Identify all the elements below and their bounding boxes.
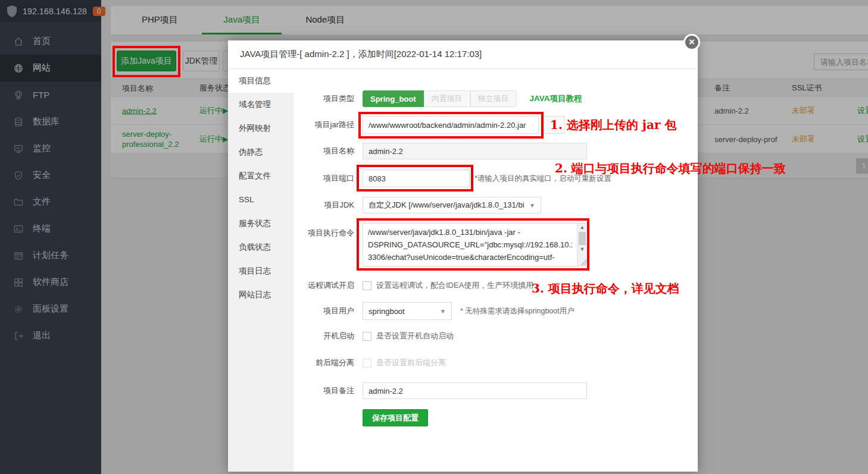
jar-path-row: 项目jar路径	[294, 116, 565, 134]
exec-command-textarea[interactable]: /www/server/java/jdk1.8.0_131/bin/java -…	[363, 223, 588, 266]
project-user-label: 项目用户	[294, 306, 354, 316]
project-jdk-label: 项目JDK	[294, 200, 354, 211]
type-springboot-button[interactable]: Spring_boot	[363, 90, 424, 107]
remote-debug-checkbox[interactable]	[363, 281, 371, 290]
project-remark-input[interactable]	[363, 382, 587, 399]
project-remark-row: 项目备注	[294, 382, 587, 399]
type-standalone-button[interactable]: 独立项目	[470, 90, 517, 107]
file-picker-button[interactable]	[542, 116, 565, 134]
project-user-row: 项目用户 springboot ▼ * 无特殊需求请选择springboot用户	[294, 302, 574, 320]
modal-nav-sitelog[interactable]: 网站日志	[228, 283, 294, 307]
project-name-label: 项目名称	[294, 146, 354, 156]
modal-nav-mapping[interactable]: 外网映射	[228, 117, 294, 140]
jar-path-input[interactable]	[363, 116, 539, 134]
frontend-split-row: 前后端分离 是否设置前后端分离	[294, 357, 446, 368]
jdk-select-value: 自定义JDK [/www/server/java/jdk1.8.0_131/bi…	[369, 200, 524, 211]
save-row: 保存项目配置	[294, 409, 428, 426]
exec-command-row: 项目执行命令 /www/server/java/jdk1.8.0_131/bin…	[294, 223, 588, 266]
project-jdk-row: 项目JDK 自定义JDK [/www/server/java/jdk1.8.0_…	[294, 197, 541, 214]
frontend-split-label: 前后端分离	[294, 357, 354, 368]
java-project-modal: × JAVA项目管理-[ admin-2.2 ]，添加时间[2022-01-14…	[228, 40, 698, 472]
modal-nav-domain[interactable]: 域名管理	[228, 93, 294, 117]
scrollbar-thumb[interactable]	[579, 232, 586, 245]
exec-command-label: 项目执行命令	[294, 228, 354, 238]
java-tutorial-link[interactable]: JAVA项目教程	[530, 93, 582, 104]
frontend-split-checkbox[interactable]	[363, 359, 371, 368]
auto-boot-row: 开机启动 是否设置开机自动启动	[294, 331, 454, 341]
page-root: 192.168.146.128 0 首页 网站 FTP 数据库 监控	[0, 0, 868, 474]
modal-nav-ssl[interactable]: SSL	[228, 188, 294, 212]
project-type-row: 项目类型 Spring_boot 内置项目 独立项目 JAVA项目教程	[294, 90, 582, 107]
jdk-select[interactable]: 自定义JDK [/www/server/java/jdk1.8.0_131/bi…	[363, 197, 541, 214]
project-port-row: 项目端口 *请输入项目的真实端口，启动可重新设置	[294, 169, 611, 187]
project-info-form: 项目类型 Spring_boot 内置项目 独立项目 JAVA项目教程 项目ja…	[294, 69, 698, 472]
project-name-row: 项目名称	[294, 143, 587, 159]
chevron-down-icon: ▼	[440, 308, 446, 315]
project-port-input[interactable]	[363, 169, 470, 187]
auto-boot-hint: 是否设置开机自动启动	[376, 331, 454, 341]
modal-nav-service[interactable]: 服务状态	[228, 212, 294, 236]
jar-path-label: 项目jar路径	[294, 120, 354, 130]
remote-debug-label: 远程调试开启	[294, 280, 354, 291]
auto-boot-label: 开机启动	[294, 331, 354, 341]
project-name-input[interactable]	[363, 143, 587, 159]
remote-debug-row: 远程调试开启 设置远程调试，配合IDEA使用，生产环境慎用	[294, 280, 533, 291]
save-project-config-button[interactable]: 保存项目配置	[363, 409, 428, 426]
project-port-label: 项目端口	[294, 173, 354, 184]
modal-nav-rewrite[interactable]: 伪静态	[228, 140, 294, 164]
project-user-select[interactable]: springboot ▼	[363, 302, 452, 320]
scroll-down-icon[interactable]: ▼	[577, 246, 587, 252]
remote-debug-hint: 设置远程调试，配合IDEA使用，生产环境慎用	[376, 280, 533, 291]
project-type-label: 项目类型	[294, 93, 354, 104]
modal-nav-projlog[interactable]: 项目日志	[228, 259, 294, 283]
resize-grip[interactable]	[580, 259, 586, 265]
type-builtin-button[interactable]: 内置项目	[424, 90, 470, 107]
close-icon[interactable]: ×	[683, 34, 700, 51]
project-remark-label: 项目备注	[294, 385, 354, 396]
chevron-down-icon: ▼	[529, 202, 535, 209]
modal-nav-config[interactable]: 配置文件	[228, 164, 294, 188]
modal-nav-load[interactable]: 负载状态	[228, 236, 294, 259]
exec-command-text: /www/server/java/jdk1.8.0_131/bin/java -…	[363, 224, 577, 266]
modal-title: JAVA项目管理-[ admin-2.2 ]，添加时间[2022-01-14 1…	[228, 40, 698, 69]
modal-body: 项目信息 域名管理 外网映射 伪静态 配置文件 SSL 服务状态 负载状态 项目…	[228, 69, 698, 472]
project-user-hint: * 无特殊需求请选择springboot用户	[460, 306, 574, 316]
project-user-value: springboot	[369, 307, 405, 316]
port-hint: *请输入项目的真实端口，启动可重新设置	[474, 174, 611, 184]
scroll-up-icon[interactable]: ▲	[577, 224, 587, 230]
modal-nav-project-info[interactable]: 项目信息	[228, 69, 294, 93]
auto-boot-checkbox[interactable]	[363, 332, 371, 341]
modal-nav: 项目信息 域名管理 外网映射 伪静态 配置文件 SSL 服务状态 负载状态 项目…	[228, 69, 294, 472]
frontend-split-hint: 是否设置前后端分离	[376, 357, 446, 368]
